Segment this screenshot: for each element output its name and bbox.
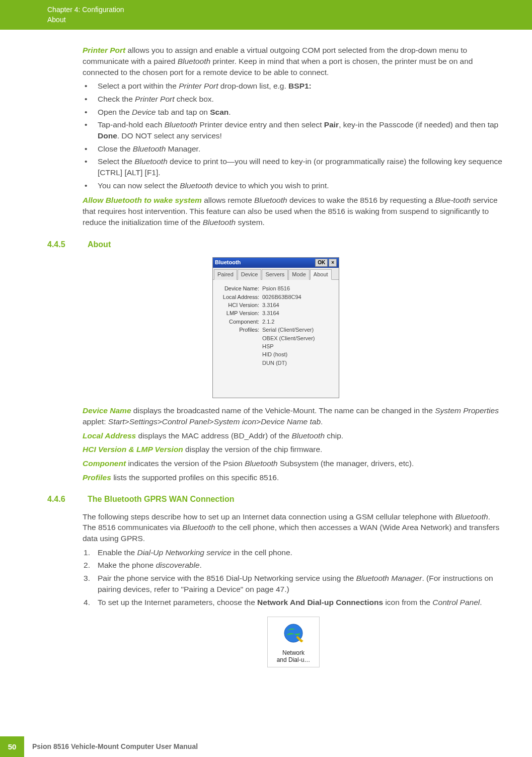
- local-address-value: 0026B63B8C94: [262, 293, 301, 301]
- hci-version-value: 3.3164: [262, 301, 279, 309]
- section-heading-gprs: 4.4.6 The Bluetooth GPRS WAN Connection: [47, 494, 504, 505]
- device-name-label: Device Name:: [217, 285, 262, 292]
- page-number: 50: [0, 736, 24, 757]
- profiles-value: HID (host): [262, 351, 287, 358]
- bluetooth-about-window: Bluetooth OK × Paired Device Servers Mod…: [212, 257, 339, 398]
- tab-bar: Paired Device Servers Mode About: [213, 268, 339, 280]
- list-item: Enable the Dial-Up Networking service in…: [83, 547, 504, 558]
- gprs-intro: The following steps describe how to set …: [83, 511, 504, 544]
- ok-button[interactable]: OK: [315, 259, 328, 267]
- list-item: You can now select the Bluetooth device …: [83, 180, 504, 191]
- chapter-label: Chapter 4: Configuration: [47, 5, 532, 15]
- component-label: Component:: [217, 318, 262, 326]
- tab-device[interactable]: Device: [238, 269, 262, 280]
- local-address-desc: Local Address displays the MAC address (…: [83, 430, 504, 441]
- globe-icon: [282, 622, 305, 644]
- lmp-version-value: 3.3164: [262, 310, 279, 317]
- icon-label-line1: Network: [277, 649, 311, 656]
- component-desc: Component indicates the version of the P…: [83, 458, 504, 469]
- tab-servers[interactable]: Servers: [262, 269, 288, 280]
- device-name-value: Psion 8516: [262, 285, 290, 292]
- icon-label-line2: and Dial-u…: [277, 656, 311, 663]
- about-tab-body: Device Name:Psion 8516 Local Address:002…: [213, 280, 339, 398]
- tab-mode[interactable]: Mode: [288, 269, 310, 280]
- profiles-value: Serial (Client/Server): [262, 326, 314, 334]
- page-footer: 50 Psion 8516 Vehicle-Mount Computer Use…: [0, 736, 532, 757]
- list-item: To set up the Internet parameters, choos…: [83, 597, 504, 608]
- local-address-label: Local Address:: [217, 293, 262, 301]
- profiles-value: HSP: [262, 343, 274, 350]
- profiles-label: Profiles:: [217, 326, 262, 334]
- list-item: Select a port within the Printer Port dr…: [83, 81, 504, 92]
- list-item: Select the Bluetooth device to print to—…: [83, 156, 504, 178]
- manual-title: Psion 8516 Vehicle-Mount Computer User M…: [24, 742, 198, 752]
- section-heading-about: 4.4.5 About: [47, 239, 504, 250]
- list-item: Open the Device tab and tap on Scan.: [83, 107, 504, 118]
- list-item: Tap-and-hold each Bluetooth Printer devi…: [83, 119, 504, 141]
- page-content: Printer Port allows you to assign and en…: [0, 30, 532, 667]
- version-desc: HCI Version & LMP Version display the ve…: [83, 444, 504, 455]
- printer-port-intro: Printer Port allows you to assign and en…: [83, 45, 504, 78]
- profiles-value: OBEX (Client/Server): [262, 335, 315, 342]
- chapter-header: Chapter 4: Configuration About: [0, 0, 532, 30]
- allow-bluetooth-para: Allow Bluetooth to wake system allows re…: [83, 195, 504, 228]
- profiles-value: DUN (DT): [262, 359, 287, 367]
- lmp-version-label: LMP Version:: [217, 310, 262, 317]
- section-label: About: [47, 15, 532, 25]
- list-item: Make the phone discoverable.: [83, 560, 504, 571]
- profiles-desc: Profiles lists the supported profiles on…: [83, 472, 504, 483]
- tab-about[interactable]: About: [310, 269, 332, 280]
- list-item: Close the Bluetooth Manager.: [83, 143, 504, 155]
- printer-port-steps: Select a port within the Printer Port dr…: [83, 81, 504, 191]
- list-item: Check the Printer Port check box.: [83, 94, 504, 105]
- device-name-desc: Device Name displays the broadcasted nam…: [83, 405, 504, 427]
- tab-paired[interactable]: Paired: [214, 269, 237, 280]
- window-title: Bluetooth: [215, 259, 241, 266]
- hci-version-label: HCI Version:: [217, 301, 262, 309]
- close-button[interactable]: ×: [329, 259, 337, 267]
- gprs-steps: Enable the Dial-Up Networking service in…: [83, 547, 504, 608]
- network-dialup-icon[interactable]: Network and Dial-u…: [267, 617, 320, 667]
- window-titlebar: Bluetooth OK ×: [213, 258, 339, 268]
- list-item: Pair the phone service with the 8516 Dia…: [83, 573, 504, 594]
- component-value: 2.1.2: [262, 318, 274, 326]
